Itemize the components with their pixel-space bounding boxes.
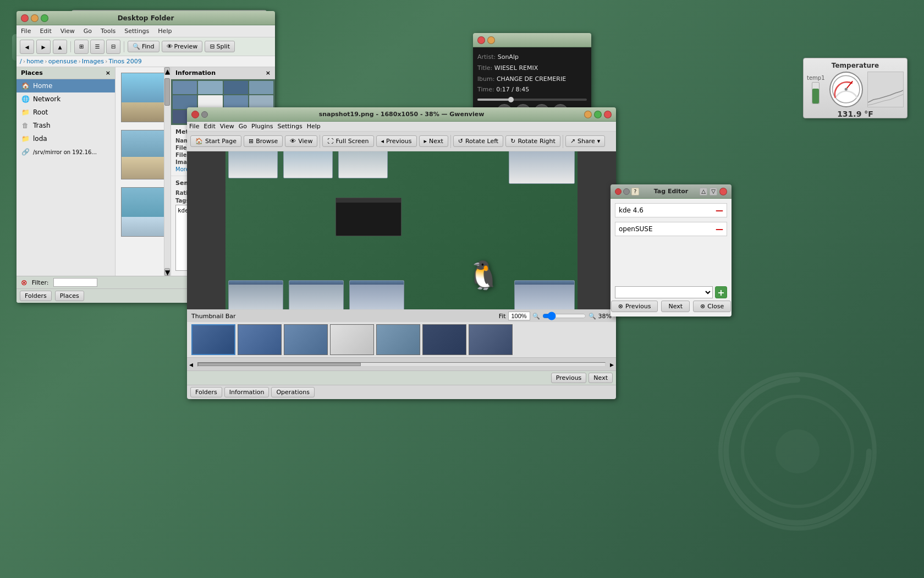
gw-menu-file[interactable]: File [189,123,199,130]
tag-editor-titlebar: ? Tag Editor △ ▽ [610,184,732,199]
menu-go[interactable]: Go [81,26,94,36]
temperature-widget: Temperature temp1 [803,58,908,118]
thumb-3[interactable] [284,324,328,355]
list-view-btn[interactable]: ☰ [90,40,105,54]
preview-btn[interactable]: 👁 Preview [162,41,203,52]
dolphin-close-btn[interactable] [21,14,29,22]
breadcrumb-home[interactable]: home [26,58,43,65]
tag-input-select[interactable] [615,286,713,298]
gw-previous-btn[interactable]: Previous [551,373,587,383]
thumb-scroll-right[interactable]: ▸ [608,360,616,369]
media-minimize-btn[interactable] [487,36,495,44]
breadcrumb-root[interactable]: / [20,58,22,65]
thumb-1[interactable] [191,324,235,355]
gw-menu-go[interactable]: Go [239,123,247,130]
thumb-scroll-left[interactable]: ◂ [187,360,195,369]
sidebar-item-network-share[interactable]: 🔗 /srv/mirror on 192.16... [16,145,115,159]
file-scrollbar[interactable]: ▲ ▼ [164,67,170,276]
sidebar-item-trash[interactable]: 🗑 Trash [16,119,115,132]
menu-help[interactable]: Help [156,26,174,36]
tag-add-btn[interactable]: + [715,286,727,298]
gw-menu-settings[interactable]: Settings [278,123,302,130]
thumb-5[interactable] [376,324,420,355]
menu-file[interactable]: File [19,26,33,36]
gw-prev-btn[interactable]: ◂ Previous [376,135,417,147]
gw-menu-edit[interactable]: Edit [204,123,215,130]
icon-view-btn[interactable]: ⊞ [74,40,89,54]
zoom-out-icon[interactable]: 🔍 [532,313,540,320]
tag-remove-kde[interactable]: — [716,206,723,215]
gw-folders-tab[interactable]: Folders [190,387,222,397]
find-btn[interactable]: 🔍 Find [128,41,160,52]
menu-edit[interactable]: Edit [37,26,53,36]
places-tab[interactable]: Places [55,291,84,301]
forward-btn[interactable]: ▸ [36,40,51,54]
thumb-4[interactable] [330,324,374,355]
browse-btn[interactable]: ⊞ Browse [244,135,283,147]
gw-operations-tab[interactable]: Operations [271,387,314,397]
folders-tab[interactable]: Folders [20,291,52,301]
tag-remove-opensuse[interactable]: — [716,225,723,233]
dolphin-menubar: File Edit View Go Tools Settings Help [16,25,275,37]
view-btn[interactable]: 👁 View [285,135,317,147]
sidebar-item-network[interactable]: 🌐 Network [16,92,115,106]
gw-next-btn[interactable]: ▸ Next [419,135,448,147]
split-btn[interactable]: ⊟ Split [205,41,235,52]
te-close-btn[interactable] [719,188,727,195]
media-close-btn[interactable] [477,36,485,44]
sidebar-item-loda[interactable]: 📁 loda [16,132,115,145]
gw-menu-help[interactable]: Help [307,123,321,130]
te-help-icon[interactable]: ? [631,188,639,195]
scroll-up-btn[interactable]: ▲ [164,67,170,75]
sidebar-item-root[interactable]: 📁 Root [16,106,115,119]
tag-previous-btn[interactable]: ⊗ Previous [611,301,658,312]
breadcrumb-tinos[interactable]: Tinos 2009 [108,58,141,65]
file-item-3[interactable]: img_877 [119,185,167,239]
gw-minimize-btn[interactable] [584,111,592,118]
file-item-1[interactable] [119,70,167,124]
share-btn[interactable]: ↗ Share ▾ [565,135,606,147]
te-down-btn[interactable]: ▽ [710,188,717,195]
error-icon: ⊗ [21,278,28,287]
gw-menu-plugins[interactable]: Plugins [251,123,273,130]
gw-maximize-btn[interactable] [594,111,602,118]
scroll-thumb-files[interactable] [164,78,170,106]
rotate-right-btn[interactable]: ↻ Rotate Right [505,135,560,147]
zoom-slider[interactable] [542,312,586,320]
dolphin-maximize-btn[interactable] [41,14,48,22]
startpage-btn[interactable]: 🏠 Start Page [190,135,241,147]
zoom-input[interactable] [508,312,530,320]
progress-knob[interactable] [508,97,514,102]
tag-next-btn[interactable]: Next [661,301,690,312]
gw-menu-view[interactable]: View [220,123,234,130]
thumb-6[interactable] [422,324,466,355]
gw-close-btn[interactable] [604,111,612,118]
breadcrumb-opensuse[interactable]: opensuse [48,58,78,65]
detail-view-btn[interactable]: ⊟ [106,40,120,54]
thumb-7[interactable] [469,324,513,355]
share-dropdown[interactable]: ▾ [597,138,601,145]
info-panel-close[interactable]: × [266,69,271,77]
menu-view[interactable]: View [58,26,77,36]
sidebar-item-home[interactable]: 🏠 Home [16,79,115,92]
back-btn[interactable]: ◂ [20,40,34,54]
filter-input[interactable] [53,278,97,287]
media-progress-bar[interactable] [477,99,587,101]
thumb-scrollbar-track[interactable] [197,362,606,367]
tag-close-btn[interactable]: ⊗ Close [693,301,731,312]
zoom-in-icon[interactable]: 🔍 [588,313,596,320]
file-item-2[interactable]: img_87... [119,128,167,182]
fullscreen-btn[interactable]: ⛶ Full Screen [322,135,373,147]
breadcrumb-images[interactable]: Images [82,58,104,65]
places-close[interactable]: × [106,69,111,77]
menu-tools[interactable]: Tools [98,26,118,36]
up-btn[interactable]: ▴ [53,40,67,54]
dolphin-minimize-btn[interactable] [31,14,38,22]
scroll-down-btn[interactable]: ▼ [164,268,170,276]
te-up-btn[interactable]: △ [700,188,707,195]
gw-next-btn-bottom[interactable]: Next [588,373,613,383]
gw-information-tab[interactable]: Information [224,387,270,397]
rotate-left-btn[interactable]: ↺ Rotate Left [453,135,503,147]
thumb-2[interactable] [238,324,282,355]
menu-settings[interactable]: Settings [122,26,151,36]
